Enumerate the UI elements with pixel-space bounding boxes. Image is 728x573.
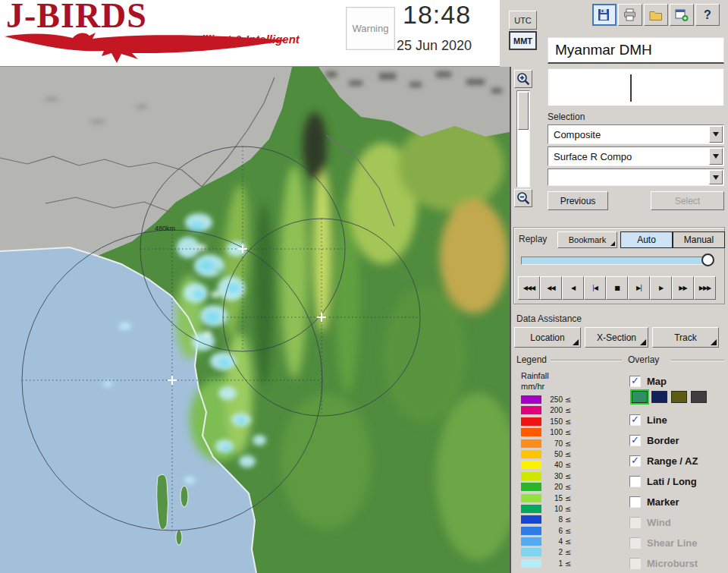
toolbar: ? [592,4,720,26]
magnifier-minus-icon [516,191,530,205]
bookmark-button[interactable]: Bookmark [557,231,617,248]
utc-button[interactable]: UTC [509,11,537,30]
fast-forward-button[interactable]: ▶▶ [672,276,694,300]
auto-button[interactable]: Auto [620,231,673,248]
replay-slider[interactable] [521,257,713,265]
overlay-item-label: Microburst [647,558,698,569]
chevron-down-icon[interactable] [709,148,723,165]
overlay-item[interactable]: ✓ Shear Line [629,533,726,553]
legend-row: 250 ≤ [521,395,571,404]
checkbox[interactable]: ✓ [629,517,641,528]
zoom-out-button[interactable] [514,189,532,207]
data-assistance-button[interactable]: Track [652,327,719,348]
surface-dropdown[interactable]: Surface R Compo [548,146,724,166]
map-style-swatch[interactable] [691,391,707,403]
overlay-item[interactable]: ✓ Map [629,371,726,391]
checkbox[interactable]: ✓ [629,496,641,508]
legend-row: 10 ≤ [521,505,571,513]
magnifier-plus-icon [516,72,530,86]
play-button[interactable]: ▶ [650,276,672,300]
legend-row: 20 ≤ [521,483,571,491]
station-name-field[interactable]: Myanmar DMH [548,37,724,64]
step-back-button[interactable]: |◀ [584,276,606,300]
checkbox[interactable]: ✓ [629,476,641,487]
legend-scale: 250 ≤ 200 ≤ 150 ≤ 100 ≤ [521,395,571,570]
zoom-scrollbar-thumb[interactable] [518,92,529,130]
legend-color-swatch [521,494,541,502]
bookmark-button-label: Bookmark [569,235,607,244]
checkbox[interactable]: ✓ [629,558,641,569]
legend-color-swatch [521,395,541,404]
extra-dropdown[interactable] [548,168,724,186]
fastest-rewind-button[interactable]: ◀◀◀ [518,276,540,300]
fastest-forward-button[interactable]: ▶▶▶ [694,276,716,300]
legend-suffix: ≤ [565,505,571,513]
text-entry-box[interactable] [548,68,724,106]
stop-button[interactable]: ■ [606,276,628,300]
legend-suffix: ≤ [565,548,571,556]
checkmark-icon: ✓ [631,435,639,445]
map-style-swatches [632,391,707,403]
legend-row: 100 ≤ [521,428,571,436]
legend-color-swatch [521,439,541,448]
overlay-item[interactable]: ✓ Marker [629,492,726,512]
overlay-item[interactable]: ✓ Wind [629,512,726,532]
zoom-in-button[interactable] [514,70,532,88]
print-button[interactable] [618,4,642,26]
legend-value: 20 [547,483,563,491]
map-style-swatch[interactable] [632,391,648,403]
replay-slider-handle[interactable] [701,253,714,266]
overlay-item[interactable]: ✓ Border [629,430,726,450]
manual-button[interactable]: Manual [673,231,725,248]
overlay-item[interactable]: ✓ Line [629,410,726,430]
checkbox[interactable]: ✓ [629,435,641,446]
playback-controls: ◀◀◀ ◀◀ ◀ |◀ ■ ▶| ▶ ▶▶ ▶▶▶ [518,276,716,300]
overlay-item-label: Map [647,376,667,387]
legend-suffix: ≤ [565,483,571,491]
save-button[interactable] [592,4,617,26]
corner-triangle-icon [573,339,579,345]
map-style-swatch[interactable] [651,391,667,403]
open-folder-button[interactable] [644,4,668,26]
legend-color-swatch [521,527,541,535]
checkbox[interactable]: ✓ [629,414,641,426]
checkbox[interactable]: ✓ [629,537,641,549]
data-assistance-button[interactable]: Location [514,327,581,348]
overlay-item[interactable]: ✓ Lati / Long [629,471,726,491]
legend-value: 200 [547,406,563,414]
zoom-scrollbar[interactable] [516,90,530,187]
legend-color-swatch [521,406,541,414]
legend-suffix: ≤ [565,417,571,426]
text-caret [630,74,632,102]
jbirds-app: J-BIRDS JRC-Brilliant & Intelligent Rada… [0,0,728,573]
help-button[interactable]: ? [695,4,720,26]
warning-button[interactable]: Warning [346,7,395,50]
checkmark-icon: ✓ [631,376,639,386]
station-name: Myanmar DMH [555,42,652,58]
checkbox[interactable]: ✓ [629,455,641,467]
data-assistance-button[interactable]: X-Section [585,327,648,348]
composite-dropdown[interactable]: Composite [548,124,724,144]
overlay-heading: Overlay [628,354,659,365]
header: J-BIRDS JRC-Brilliant & Intelligent Rada… [0,0,500,67]
map-style-swatch[interactable] [671,391,687,403]
legend-value: 8 [547,515,563,524]
checkbox[interactable]: ✓ [629,376,641,387]
legend-color-swatch [521,472,541,480]
chevron-down-icon[interactable] [709,126,723,143]
overlay-item[interactable]: ✓ Range / AZ [629,451,726,471]
legend-value: 70 [547,439,563,448]
step-forward-button[interactable]: ▶| [628,276,650,300]
overlay-item[interactable]: ✓ Microburst [629,553,726,573]
reverse-play-button[interactable]: ◀ [562,276,584,300]
select-button[interactable]: Select [651,191,724,210]
previous-button[interactable]: Previous [548,191,608,210]
chevron-down-icon[interactable] [709,170,723,184]
mmt-button[interactable]: MMT [509,31,537,50]
add-window-button[interactable] [670,4,694,26]
legend-value: 50 [547,450,563,458]
legend-value: 15 [547,494,563,502]
legend-row: 200 ≤ [521,406,571,414]
fast-rewind-button[interactable]: ◀◀ [540,276,562,300]
radar-map[interactable]: 480km [0,67,511,573]
